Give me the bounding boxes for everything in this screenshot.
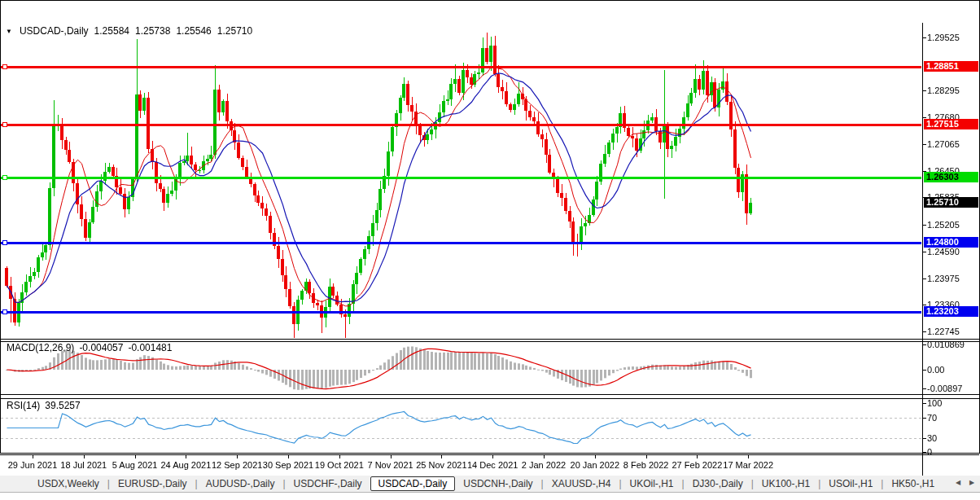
time-axis-label: 25 Nov 2021 bbox=[416, 460, 466, 470]
price-axis-tick-label: 1.22745 bbox=[927, 327, 960, 336]
time-axis-label: 7 Nov 2021 bbox=[367, 460, 413, 470]
price-axis-tick-label: 1.29525 bbox=[927, 33, 960, 42]
ohlc-low-value: 1.25546 bbox=[176, 25, 211, 37]
macd-axis-label: -0.00897 bbox=[927, 384, 962, 393]
price-level-badge: 1.27515 bbox=[924, 119, 978, 129]
tab-audusd-daily[interactable]: AUDUSD-,Daily bbox=[198, 476, 283, 491]
tab-usdchf-daily[interactable]: USDCHF-,Daily bbox=[286, 476, 370, 491]
price-axis-border bbox=[922, 23, 923, 476]
price-level-badge: 1.25710 bbox=[924, 197, 978, 208]
tab-hk50-h1[interactable]: HK50-,H1 bbox=[883, 476, 943, 491]
tab-dj30-daily[interactable]: DJ30-,Daily bbox=[685, 476, 751, 491]
rsi-indicator-label: RSI(14) 39.5257 bbox=[7, 400, 81, 411]
price-level-badge: 1.24800 bbox=[924, 237, 978, 248]
panel-separator[interactable] bbox=[0, 339, 979, 340]
time-axis-label: 12 Sep 2021 bbox=[212, 460, 262, 470]
macd-main-value: -0.004057 bbox=[79, 342, 123, 353]
time-axis-label: 5 Aug 2021 bbox=[112, 460, 158, 470]
price-axis-tick-label: 1.23975 bbox=[927, 274, 960, 283]
time-axis-label: 20 Jan 2022 bbox=[571, 460, 620, 470]
time-axis-label: 2 Jan 2022 bbox=[522, 460, 566, 470]
rsi-axis-label: 30 bbox=[927, 434, 937, 443]
price-chart-canvas[interactable] bbox=[0, 0, 980, 500]
price-axis-tick-label: 1.25205 bbox=[927, 221, 960, 230]
time-axis-label: 24 Aug 2021 bbox=[160, 460, 211, 470]
time-axis-label: 30 Sep 2021 bbox=[263, 460, 313, 470]
rsi-axis-label: 100 bbox=[927, 399, 942, 408]
symbol-tab-bar: USDX,Weekly|EURUSD-,Daily|AUDUSD-,Daily|… bbox=[0, 476, 980, 493]
price-axis-tick-label: 1.28295 bbox=[927, 86, 960, 95]
ohlc-close-value: 1.25710 bbox=[217, 25, 252, 37]
macd-name: MACD(12,26,9) bbox=[7, 342, 74, 353]
time-axis-label: 19 Oct 2021 bbox=[315, 460, 364, 470]
tab-usdcnh-daily[interactable]: USDCNH-,Daily bbox=[455, 476, 540, 491]
price-level-badge: 1.26303 bbox=[924, 172, 978, 182]
price-axis-tick-label: 1.27065 bbox=[927, 140, 960, 149]
panel-separator[interactable] bbox=[0, 398, 979, 399]
rsi-value: 39.5257 bbox=[45, 400, 80, 411]
chart-symbol-label: USDCAD-,Daily bbox=[20, 25, 89, 37]
macd-indicator-label: MACD(12,26,9) -0.004057 -0.001481 bbox=[7, 342, 172, 353]
time-axis-border bbox=[0, 454, 979, 455]
macd-axis-label: 0.00 bbox=[927, 366, 944, 375]
rsi-name: RSI(14) bbox=[7, 400, 40, 411]
tab-eurusd-daily[interactable]: EURUSD-,Daily bbox=[110, 476, 195, 491]
tab-usdx-weekly[interactable]: USDX,Weekly bbox=[29, 476, 107, 491]
tab-usdcad-daily[interactable]: USDCAD-,Daily bbox=[370, 476, 456, 491]
macd-signal-value: -0.001481 bbox=[128, 342, 172, 353]
time-axis-label: 14 Dec 2021 bbox=[467, 460, 518, 470]
panel-separator[interactable] bbox=[0, 394, 979, 395]
time-axis-label: 8 Feb 2022 bbox=[623, 460, 669, 470]
time-axis-label: 27 Feb 2022 bbox=[672, 460, 723, 470]
chevron-down-icon[interactable]: ▼ bbox=[6, 28, 12, 35]
trading-platform-window: 5 M30 H1 H4 D1 W1 MN ▼ USDCAD-,Daily 1.2… bbox=[0, 0, 980, 500]
tab-scroll-left-icon[interactable]: ◀ bbox=[956, 479, 960, 486]
rsi-axis-label: 70 bbox=[927, 414, 937, 423]
chart-title: ▼ USDCAD-,Daily 1.25584 1.25738 1.25546 … bbox=[6, 25, 252, 37]
tab-scroll-right-icon[interactable]: ▶ bbox=[969, 479, 974, 486]
price-axis-tick-label: 1.24590 bbox=[927, 248, 960, 257]
tab-usoil-h1[interactable]: USOil-,H1 bbox=[820, 476, 881, 491]
tab-ukoil-h1[interactable]: UKOil-,H1 bbox=[622, 476, 682, 491]
macd-axis-label: 0.010869 bbox=[927, 340, 965, 349]
tab-uk100-h1[interactable]: UK100-,H1 bbox=[754, 476, 818, 491]
time-axis-label: 29 Jun 2021 bbox=[8, 460, 58, 470]
time-axis-label: 18 Jul 2021 bbox=[60, 460, 107, 470]
ohlc-open-value: 1.25584 bbox=[94, 25, 129, 37]
ohlc-high-value: 1.25738 bbox=[135, 25, 170, 37]
price-level-badge: 1.23203 bbox=[924, 306, 978, 317]
tab-xauusd-h4[interactable]: XAUUSD-,H4 bbox=[544, 476, 619, 491]
price-level-badge: 1.28851 bbox=[924, 61, 978, 72]
time-axis-label: 17 Mar 2022 bbox=[723, 460, 773, 470]
rsi-axis-label: 0 bbox=[927, 448, 932, 457]
